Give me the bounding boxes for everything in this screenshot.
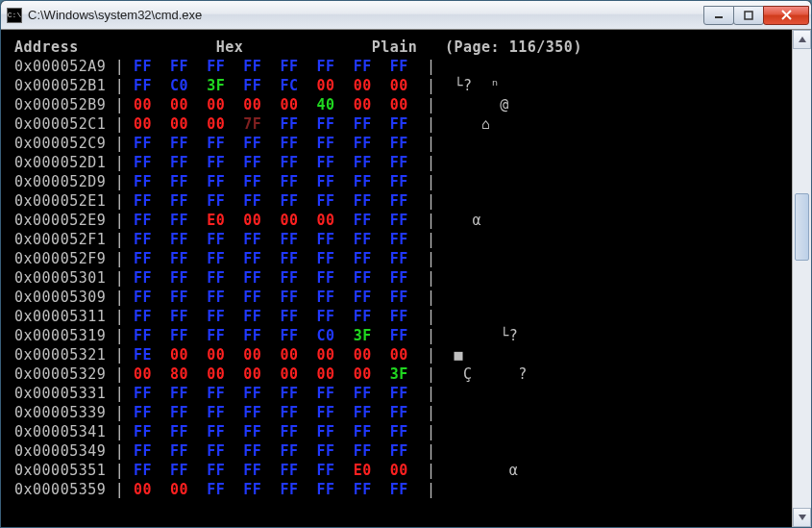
hex-byte: C0: [170, 77, 188, 94]
hex-byte: FF: [354, 135, 372, 152]
hex-row: 0x000052F9 | FF FF FF FF FF FF FF FF |: [14, 249, 807, 268]
minimize-icon: [714, 11, 724, 20]
hex-byte: FF: [207, 173, 225, 190]
minimize-button[interactable]: [703, 6, 734, 25]
hex-byte: FF: [354, 212, 372, 229]
hex-byte: FF: [317, 135, 335, 152]
hex-byte: 00: [243, 346, 261, 364]
hex-byte: FF: [243, 192, 261, 210]
hex-byte: FF: [134, 404, 152, 421]
hex-byte: FF: [243, 58, 261, 75]
hex-byte: 00: [280, 365, 298, 383]
hex-byte: FF: [354, 269, 372, 287]
scrollbar-thumb[interactable]: [795, 193, 809, 261]
plain-cell: ■: [455, 346, 464, 364]
hex-byte: FF: [207, 250, 225, 267]
hex-byte: FF: [354, 250, 372, 267]
hex-row: 0x00005321 | FE 00 00 00 00 00 00 00 | ■: [14, 345, 807, 365]
hex-byte: 00: [134, 115, 152, 133]
title-bar[interactable]: C:\ C:\Windows\system32\cmd.exe: [1, 1, 811, 30]
hex-byte: FF: [280, 481, 298, 498]
hex-byte: 00: [390, 462, 408, 479]
hex-byte: 00: [170, 481, 188, 498]
svg-marker-5: [799, 515, 806, 520]
hex-byte: FF: [170, 173, 188, 190]
hex-byte: FF: [390, 442, 408, 460]
address-cell: 0x00005329: [14, 365, 106, 383]
hex-row: 0x00005309 | FF FF FF FF FF FF FF FF |: [14, 288, 807, 307]
hex-byte: 00: [317, 212, 335, 229]
close-button[interactable]: [763, 6, 809, 25]
address-cell: 0x00005331: [14, 385, 106, 402]
hex-byte: FF: [207, 385, 225, 402]
hex-byte: 00: [354, 365, 372, 383]
hex-row: 0x000052B9 | 00 00 00 00 00 40 00 00 | @: [14, 95, 807, 114]
hex-byte: FF: [134, 154, 152, 171]
scrollbar-track[interactable]: [793, 49, 811, 508]
hex-byte: FF: [207, 192, 225, 210]
hex-byte: FF: [280, 462, 298, 479]
hex-byte: 3F: [390, 365, 408, 383]
hex-byte: FF: [243, 404, 261, 421]
cmd-icon: C:\: [7, 8, 22, 23]
hex-row: 0x00005349 | FF FF FF FF FF FF FF FF |: [14, 441, 807, 461]
hex-byte: FF: [170, 289, 188, 306]
hex-byte: FF: [280, 231, 298, 248]
scroll-up-button[interactable]: [793, 30, 811, 49]
hex-byte: FF: [207, 462, 225, 479]
hex-byte: FF: [134, 250, 152, 267]
hex-byte: 00: [354, 77, 372, 94]
address-cell: 0x00005339: [14, 404, 106, 421]
svg-marker-4: [799, 37, 806, 42]
hex-byte: FF: [280, 192, 298, 210]
address-cell: 0x00005359: [14, 481, 106, 498]
plain-cell: Ç ?: [455, 365, 528, 383]
hex-byte: FF: [243, 481, 261, 498]
hex-byte: 00: [280, 212, 298, 229]
hex-byte: FF: [243, 250, 261, 267]
scroll-down-button[interactable]: [793, 508, 811, 527]
hex-byte: FF: [170, 404, 188, 421]
hex-byte: FF: [170, 269, 188, 287]
hex-byte: FF: [134, 462, 152, 479]
hex-byte: 7F: [243, 115, 261, 133]
hex-byte: 00: [354, 346, 372, 364]
hex-byte: FF: [317, 58, 335, 75]
hex-byte: FF: [354, 481, 372, 498]
hex-byte: FF: [243, 77, 261, 94]
hex-byte: 00: [243, 96, 261, 113]
hex-byte: FF: [390, 404, 408, 421]
plain-cell: @: [455, 96, 509, 113]
hex-row: 0x00005311 | FF FF FF FF FF FF FF FF |: [14, 307, 807, 326]
svg-rect-1: [745, 12, 752, 19]
hex-byte: FF: [170, 250, 188, 267]
hex-byte: FF: [280, 154, 298, 171]
hex-byte: FF: [170, 385, 188, 402]
vertical-scrollbar[interactable]: [792, 30, 811, 527]
hex-byte: 00: [170, 346, 188, 364]
terminal-content: Address Hex Plain (Page: 116/350) 0x0000…: [1, 30, 811, 527]
address-cell: 0x00005321: [14, 346, 106, 364]
hex-byte: 00: [390, 77, 408, 94]
hex-byte: FF: [390, 308, 408, 325]
hex-byte: FF: [317, 154, 335, 171]
maximize-button[interactable]: [733, 6, 764, 25]
hex-byte: FF: [207, 481, 225, 498]
address-cell: 0x00005351: [14, 462, 106, 479]
hex-byte: FF: [317, 231, 335, 248]
hex-byte: FF: [134, 423, 152, 440]
hex-byte: FF: [317, 308, 335, 325]
hex-byte: FF: [354, 115, 372, 133]
close-icon: [781, 10, 792, 20]
hex-byte: FF: [134, 77, 152, 94]
hex-byte: FF: [170, 58, 188, 75]
address-cell: 0x00005319: [14, 327, 106, 344]
hex-byte: FF: [243, 423, 261, 440]
hex-row: 0x000052E1 | FF FF FF FF FF FF FF FF |: [14, 191, 807, 211]
hex-byte: FF: [134, 212, 152, 229]
hex-byte: FF: [207, 404, 225, 421]
hex-byte: FF: [390, 212, 408, 229]
hex-byte: E0: [354, 462, 372, 479]
plain-cell: α: [455, 462, 519, 479]
hex-byte: FF: [243, 385, 261, 402]
